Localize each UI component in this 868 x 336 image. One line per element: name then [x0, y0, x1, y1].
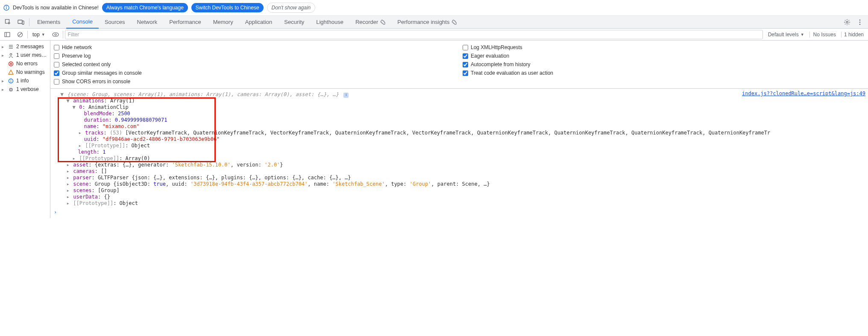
svg-rect-10: [5, 32, 10, 37]
sidebar-item-info[interactable]: ▸1 info: [0, 76, 50, 85]
device-toggle-icon[interactable]: [15, 16, 27, 29]
devtools-tabbar: Elements Console Sources Network Perform…: [0, 16, 868, 29]
console-output: index.js??clonedRule…e=script&lang=js:49…: [50, 89, 868, 218]
prop-cameras[interactable]: ▸ cameras: []: [50, 168, 868, 175]
svg-point-15: [55, 34, 56, 35]
tab-console[interactable]: Console: [66, 16, 99, 29]
dont-show-again-button[interactable]: Don't show again: [267, 3, 316, 13]
settings-gear-icon[interactable]: [841, 16, 853, 29]
chk-log-xhr[interactable]: Log XMLHttpRequests: [463, 43, 865, 52]
sidebar-item-verbose[interactable]: ▸1 verbose: [0, 85, 50, 93]
error-icon: [8, 61, 14, 67]
sidebar-item-user[interactable]: ▸1 user mes…: [0, 51, 50, 59]
sidebar-item-warnings[interactable]: No warnings: [0, 68, 50, 76]
prop-duration[interactable]: duration: 0.949999988079071: [50, 117, 868, 123]
bug-icon: [8, 86, 14, 92]
prop-blendmode[interactable]: blendMode: 2500: [50, 111, 868, 117]
source-link[interactable]: index.js??clonedRule…e=script&lang=js:49: [742, 91, 865, 97]
tab-application[interactable]: Application: [239, 16, 279, 29]
tab-sources[interactable]: Sources: [99, 16, 131, 29]
tab-lighthouse[interactable]: Lighthouse: [310, 16, 349, 29]
context-selector[interactable]: top▼: [29, 30, 48, 39]
filter-input[interactable]: [65, 30, 763, 39]
prop-animations[interactable]: ▼ animations: Array(1): [50, 98, 868, 104]
svg-point-14: [53, 32, 59, 36]
svg-rect-5: [22, 21, 24, 24]
prop-scene[interactable]: ▸ scene: Group {isObject3D: true, uuid: …: [50, 181, 868, 187]
tab-perf-insights[interactable]: Performance insights: [391, 16, 463, 29]
console-toolbar: top▼ Default levels▼ No Issues 1 hidden: [0, 29, 868, 41]
warn-icon: [8, 69, 14, 75]
chk-autocomplete[interactable]: Autocomplete from history: [463, 60, 865, 69]
tab-security[interactable]: Security: [278, 16, 310, 29]
svg-point-9: [859, 23, 861, 25]
banner-text: DevTools is now available in Chinese!: [13, 5, 99, 11]
svg-point-6: [846, 21, 848, 23]
svg-rect-1: [6, 7, 6, 9]
chk-group-similar[interactable]: Group similar messages in console: [54, 69, 456, 77]
inspect-icon[interactable]: [2, 16, 15, 29]
switch-chinese-button[interactable]: Switch DevTools to Chinese: [191, 3, 264, 12]
svg-point-23: [10, 79, 11, 80]
prop-asset[interactable]: ▸ asset: {extras: {…}, generator: 'Sketc…: [50, 162, 868, 168]
sidebar-item-errors[interactable]: No errors: [0, 59, 50, 68]
info-icon: [3, 5, 9, 11]
prop-length[interactable]: length: 1: [50, 149, 868, 155]
prop-proto1[interactable]: ▸ [[Prototype]]: Array(0): [50, 155, 868, 162]
tab-network[interactable]: Network: [131, 16, 164, 29]
sidebar-toggle-icon[interactable]: [2, 29, 13, 40]
console-settings: Hide network Preserve log Selected conte…: [50, 41, 868, 89]
svg-rect-22: [11, 80, 11, 82]
svg-point-19: [10, 53, 12, 55]
clear-console-icon[interactable]: [15, 29, 26, 40]
prop-scenes[interactable]: ▸ scenes: [Group]: [50, 187, 868, 194]
prop-anim-0[interactable]: ▼ 0: AnimationClip: [50, 104, 868, 111]
svg-line-13: [18, 33, 22, 36]
info-badge-icon[interactable]: i: [343, 93, 349, 98]
user-icon: [8, 52, 14, 58]
tab-elements[interactable]: Elements: [31, 16, 66, 29]
svg-point-8: [859, 21, 861, 23]
sidebar-item-messages[interactable]: ▸2 messages: [0, 42, 50, 51]
issues-counter[interactable]: No Issues: [809, 32, 839, 38]
list-icon: [8, 44, 14, 50]
prop-uuid[interactable]: uuid: "df9846ae-acd2-4806-9791-b703063e9…: [50, 136, 868, 143]
prop-proto0[interactable]: ▸ [[Prototype]]: Object: [50, 143, 868, 149]
always-match-button[interactable]: Always match Chrome's language: [102, 3, 188, 12]
hidden-counter[interactable]: 1 hidden: [841, 32, 866, 38]
live-expression-icon[interactable]: [50, 29, 61, 40]
chk-eager-eval[interactable]: Eager evaluation: [463, 52, 865, 60]
log-levels-selector[interactable]: Default levels▼: [765, 32, 808, 38]
chk-cors-errors[interactable]: Show CORS errors in console: [54, 77, 456, 86]
console-sidebar: ▸2 messages ▸1 user mes… No errors No wa…: [0, 41, 50, 218]
tab-recorder[interactable]: Recorder: [349, 16, 391, 29]
svg-point-7: [859, 19, 861, 20]
language-banner: DevTools is now available in Chinese! Al…: [0, 0, 868, 16]
chk-user-action[interactable]: Treat code evaluation as user action: [463, 69, 865, 77]
info-icon: [8, 78, 14, 84]
prop-proto[interactable]: ▸ [[Prototype]]: Object: [50, 200, 868, 207]
prop-tracks[interactable]: ▸ tracks: (53) [VectorKeyframeTrack, Qua…: [50, 130, 868, 136]
more-icon[interactable]: [853, 16, 866, 29]
tab-memory[interactable]: Memory: [207, 16, 239, 29]
prop-parser[interactable]: ▸ parser: GLTFParser {json: {…}, extensi…: [50, 175, 868, 181]
prop-userdata[interactable]: ▸ userData: {}: [50, 194, 868, 200]
chk-preserve-log[interactable]: Preserve log: [54, 52, 456, 60]
svg-rect-4: [18, 20, 22, 23]
prop-name[interactable]: name: "mixamo.com": [50, 123, 868, 130]
chk-selected-context[interactable]: Selected context only: [54, 60, 456, 69]
console-prompt[interactable]: ›: [50, 207, 868, 216]
tab-performance[interactable]: Performance: [163, 16, 207, 29]
chk-hide-network[interactable]: Hide network: [54, 43, 456, 52]
svg-point-2: [6, 6, 7, 7]
